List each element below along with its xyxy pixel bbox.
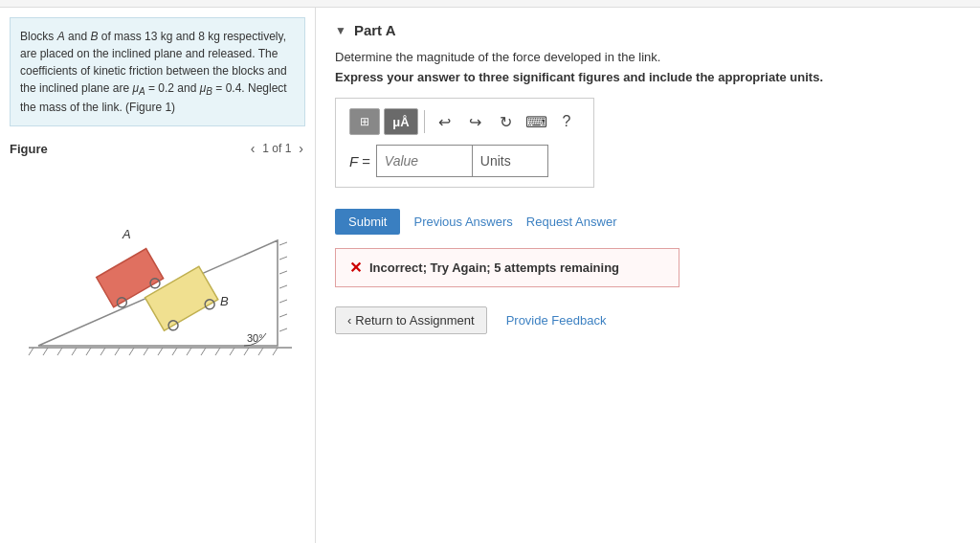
part-collapse-arrow[interactable]: ▼ — [335, 24, 346, 37]
svg-line-25 — [279, 314, 287, 317]
figure-header: Figure ‹ 1 of 1 › — [10, 141, 305, 156]
input-row: F = — [349, 145, 580, 177]
top-bar — [0, 0, 980, 8]
grid-button[interactable]: ⊞ — [349, 108, 380, 135]
keyboard-icon: ⌨ — [525, 113, 547, 131]
svg-line-7 — [100, 348, 105, 355]
svg-line-10 — [144, 348, 148, 355]
svg-line-6 — [86, 348, 91, 355]
svg-line-24 — [279, 300, 287, 303]
refresh-button[interactable]: ↻ — [492, 108, 519, 135]
svg-line-16 — [230, 348, 234, 355]
refresh-icon: ↻ — [500, 113, 512, 131]
submit-button[interactable]: Submit — [335, 209, 400, 235]
request-answer-link[interactable]: Request Answer — [526, 215, 617, 229]
figure-svg: A B 30° — [10, 164, 306, 374]
svg-line-8 — [115, 348, 120, 355]
keyboard-button[interactable]: ⌨ — [523, 108, 549, 135]
help-icon: ? — [563, 113, 571, 130]
svg-text:30°: 30° — [247, 332, 263, 344]
svg-line-19 — [273, 348, 278, 355]
action-row: Submit Previous Answers Request Answer — [335, 209, 961, 235]
return-label: Return to Assignment — [355, 313, 474, 328]
toolbar-separator — [424, 110, 425, 133]
f-label: F = — [349, 153, 370, 170]
return-assignment-button[interactable]: ‹ Return to Assignment — [335, 306, 487, 334]
toolbar: ⊞ μÅ ↩ ↪ ↻ ⌨ ? — [349, 108, 580, 135]
figure-page: 1 of 1 — [262, 142, 291, 155]
svg-line-23 — [279, 285, 287, 288]
error-message: Incorrect; Try Again; 5 attempts remaini… — [369, 260, 619, 275]
svg-line-12 — [172, 348, 177, 355]
svg-text:B: B — [220, 294, 229, 308]
figure-section: Figure ‹ 1 of 1 › — [10, 141, 305, 374]
svg-line-4 — [57, 348, 62, 355]
part-title: Part A — [354, 22, 396, 38]
mu-button[interactable]: μÅ — [384, 108, 418, 135]
svg-line-20 — [279, 242, 287, 245]
svg-line-21 — [279, 257, 287, 260]
svg-line-26 — [279, 328, 287, 331]
figure-prev-btn[interactable]: ‹ — [249, 141, 257, 156]
left-panel: Blocks A and B of mass 13 kg and 8 kg re… — [0, 8, 316, 543]
svg-line-11 — [158, 348, 163, 355]
figure-next-btn[interactable]: › — [297, 141, 305, 156]
svg-line-14 — [201, 348, 206, 355]
svg-line-9 — [129, 348, 134, 355]
figure-nav: ‹ 1 of 1 › — [249, 141, 305, 156]
question-text: Determine the magnitude of the force dev… — [335, 50, 961, 64]
answer-box: ⊞ μÅ ↩ ↪ ↻ ⌨ ? — [335, 98, 594, 188]
problem-text: Blocks A and B of mass 13 kg and 8 kg re… — [10, 17, 305, 126]
svg-line-5 — [72, 348, 77, 355]
units-input[interactable] — [472, 145, 548, 177]
svg-line-2 — [29, 348, 33, 355]
return-arrow-icon: ‹ — [347, 313, 351, 328]
value-input[interactable] — [376, 145, 472, 177]
answer-instruction: Express your answer to three significant… — [335, 70, 961, 84]
bottom-bar: ‹ Return to Assignment Provide Feedback — [335, 306, 961, 334]
redo-button[interactable]: ↪ — [461, 108, 488, 135]
undo-button[interactable]: ↩ — [431, 108, 457, 135]
svg-line-17 — [244, 348, 249, 355]
svg-line-3 — [43, 348, 48, 355]
svg-text:A: A — [122, 227, 131, 241]
right-panel: ▼ Part A Determine the magnitude of the … — [316, 8, 980, 543]
help-button[interactable]: ? — [553, 108, 580, 135]
undo-icon: ↩ — [438, 113, 451, 131]
main-content: Blocks A and B of mass 13 kg and 8 kg re… — [0, 8, 980, 543]
redo-icon: ↪ — [469, 113, 481, 131]
svg-line-15 — [215, 348, 220, 355]
grid-icon: ⊞ — [360, 115, 369, 128]
mu-icon: μÅ — [392, 115, 409, 129]
figure-title: Figure — [10, 142, 48, 156]
svg-line-18 — [258, 348, 263, 355]
previous-answers-link[interactable]: Previous Answers — [413, 215, 512, 229]
provide-feedback-link[interactable]: Provide Feedback — [506, 313, 607, 328]
svg-line-22 — [279, 271, 287, 274]
figure-canvas: A B 30° — [10, 164, 306, 374]
part-header: ▼ Part A — [335, 22, 961, 38]
svg-line-13 — [187, 348, 191, 355]
error-icon: ✕ — [349, 259, 362, 277]
error-box: ✕ Incorrect; Try Again; 5 attempts remai… — [335, 248, 679, 287]
